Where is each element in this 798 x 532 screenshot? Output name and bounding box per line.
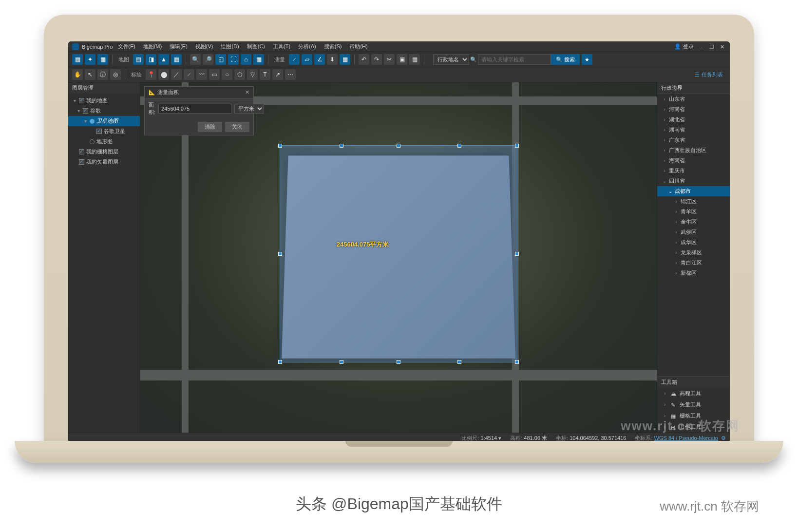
toolbox-vector[interactable]: ›✎矢量工具 xyxy=(657,399,730,410)
menu-edit[interactable]: 编辑(E) xyxy=(167,42,190,51)
handle-s2[interactable] xyxy=(340,360,343,364)
close-icon[interactable]: ✕ xyxy=(720,44,726,50)
search-input[interactable] xyxy=(478,54,551,65)
tree-satellite[interactable]: ▾卫星地图 xyxy=(68,116,140,126)
menu-tools[interactable]: 工具(T) xyxy=(270,42,293,51)
prov-hunan[interactable]: ›湖南省 xyxy=(657,125,730,135)
tool-info-icon[interactable]: ⓘ xyxy=(97,69,108,80)
tool-hist-icon[interactable]: ▦ xyxy=(171,54,182,65)
tool-3d-icon[interactable]: ▲ xyxy=(158,54,169,65)
handle-n2[interactable] xyxy=(340,144,343,148)
tool-redo-icon[interactable]: ↷ xyxy=(371,54,382,65)
tool-select-icon[interactable]: ↖ xyxy=(85,69,95,80)
tool-zoom-in-icon[interactable]: 🔍 xyxy=(190,54,201,65)
search-type-select[interactable]: 行政地名 xyxy=(433,54,469,65)
handle-ne[interactable] xyxy=(515,144,519,148)
tool-point-icon[interactable]: ⬤ xyxy=(158,69,169,80)
measure-close-icon[interactable]: ✕ xyxy=(245,89,249,95)
measure-close-button[interactable]: 关闭 xyxy=(225,122,249,132)
handle-w[interactable] xyxy=(278,252,282,256)
handle-n[interactable] xyxy=(397,144,400,148)
tool-line-icon[interactable]: ／ xyxy=(171,69,182,80)
dist-jinjiang[interactable]: ›锦江区 xyxy=(657,196,730,207)
dist-qingbaijiang[interactable]: ›青白江区 xyxy=(657,258,730,268)
menu-draw[interactable]: 绘图(D) xyxy=(218,42,242,51)
dist-qingyang[interactable]: ›青羊区 xyxy=(657,207,730,217)
menu-analysis[interactable]: 分析(A) xyxy=(295,42,319,51)
tool-arrow-icon[interactable]: ↗ xyxy=(272,69,283,80)
tool-save-icon[interactable]: ▦ xyxy=(97,54,108,65)
dist-wuhou[interactable]: ›武侯区 xyxy=(657,227,730,237)
tool-curve-icon[interactable]: 〰 xyxy=(196,69,207,80)
dist-xindu[interactable]: ›新都区 xyxy=(657,268,730,278)
menu-search[interactable]: 搜索(S) xyxy=(321,42,345,51)
tool-pin-icon[interactable]: 📍 xyxy=(146,69,156,80)
tool-measure-dist-icon[interactable]: ⟋ xyxy=(289,54,300,65)
tool-grid-icon[interactable]: ▦ xyxy=(253,54,264,65)
dist-chenghua[interactable]: ›成华区 xyxy=(657,237,730,247)
tool-measure-area-icon[interactable]: ▱ xyxy=(302,54,312,65)
login-link[interactable]: 登录 xyxy=(683,43,694,50)
tool-new-icon[interactable]: ▦ xyxy=(72,54,83,65)
prov-sichuan[interactable]: ⌄四川省 xyxy=(657,176,730,186)
map-canvas[interactable]: 245604.075平方米 📐 测量面积 ✕ 面积: 平方米 清除 关闭 xyxy=(140,82,657,433)
search-button[interactable]: 🔍 搜索 xyxy=(551,54,580,65)
tool-triangle-icon[interactable]: ▽ xyxy=(247,69,258,80)
handle-se[interactable] xyxy=(515,360,519,364)
menu-carto[interactable]: 制图(C) xyxy=(244,42,268,51)
dist-jinniu[interactable]: ›金牛区 xyxy=(657,217,730,227)
tool-extent-icon[interactable]: ◱ xyxy=(215,54,226,65)
tool-home-icon[interactable]: ⌂ xyxy=(241,54,251,65)
prov-hainan[interactable]: ›海南省 xyxy=(657,155,730,166)
area-unit-select[interactable]: 平方米 xyxy=(234,104,264,114)
tree-google[interactable]: ▾谷歌 xyxy=(68,106,140,116)
area-value-input[interactable] xyxy=(158,104,231,114)
gear-icon[interactable]: ⚙ xyxy=(721,435,726,441)
tool-pan-icon[interactable]: ✋ xyxy=(72,69,83,80)
handle-n3[interactable] xyxy=(457,144,461,148)
crs-value[interactable]: WGS 84 / Pseudo-Mercato xyxy=(654,435,718,441)
tool-basemap-icon[interactable]: ◨ xyxy=(146,54,156,65)
tool-download-icon[interactable]: ⬇ xyxy=(327,54,338,65)
tool-identify-icon[interactable]: ◎ xyxy=(110,69,121,80)
tool-copy-icon[interactable]: ▣ xyxy=(397,54,407,65)
selection-overlay[interactable] xyxy=(280,145,517,362)
tool-layer-icon[interactable]: ▤ xyxy=(133,54,144,65)
menu-file[interactable]: 文件(F) xyxy=(115,42,138,51)
chevron-down-icon[interactable]: ▾ xyxy=(498,435,501,441)
menu-map[interactable]: 地图(M) xyxy=(140,42,165,51)
tool-measure-angle-icon[interactable]: ∠ xyxy=(314,54,325,65)
handle-s[interactable] xyxy=(397,360,400,364)
tool-polygon-icon[interactable]: ⬠ xyxy=(234,69,245,80)
tree-google-sat[interactable]: 谷歌卫星 xyxy=(68,126,140,136)
tool-paste-icon[interactable]: ▦ xyxy=(409,54,420,65)
maximize-icon[interactable]: ☐ xyxy=(709,44,715,50)
prov-shandong[interactable]: ›山东省 xyxy=(657,94,730,104)
handle-s3[interactable] xyxy=(457,360,461,364)
handle-nw[interactable] xyxy=(278,144,282,148)
tool-more-icon[interactable]: ⋯ xyxy=(285,69,296,80)
tree-raster[interactable]: 我的栅格图层 xyxy=(68,147,140,157)
prov-chongqing[interactable]: ›重庆市 xyxy=(657,166,730,176)
tree-terrain[interactable]: 地形图 xyxy=(68,136,140,147)
prov-hubei[interactable]: ›湖北省 xyxy=(657,114,730,125)
tool-cut-icon[interactable]: ✂ xyxy=(384,54,395,65)
minimize-icon[interactable]: ─ xyxy=(699,44,704,50)
city-chengdu[interactable]: ⌄成都市 xyxy=(657,186,730,196)
tool-export-icon[interactable]: ▦ xyxy=(340,54,350,65)
handle-e[interactable] xyxy=(515,252,519,256)
tool-open-icon[interactable]: ✦ xyxy=(85,54,95,65)
tree-vector[interactable]: 我的矢量图层 xyxy=(68,157,140,167)
prov-henan[interactable]: ›河南省 xyxy=(657,104,730,114)
favorite-button[interactable]: ★ xyxy=(582,54,592,65)
prov-guangdong[interactable]: ›广东省 xyxy=(657,135,730,145)
tool-undo-icon[interactable]: ↶ xyxy=(359,54,369,65)
tool-polyline-icon[interactable]: ⟋ xyxy=(184,69,194,80)
toolbox-elevation[interactable]: ›⛰高程工具 xyxy=(657,388,730,399)
tool-rect-icon[interactable]: ▭ xyxy=(209,69,220,80)
handle-sw[interactable] xyxy=(278,360,282,364)
tool-zoom-out-icon[interactable]: 🔎 xyxy=(203,54,213,65)
tool-text-icon[interactable]: T xyxy=(260,69,270,80)
tool-full-icon[interactable]: ⛶ xyxy=(228,54,239,65)
menu-view[interactable]: 视图(V) xyxy=(192,42,216,51)
